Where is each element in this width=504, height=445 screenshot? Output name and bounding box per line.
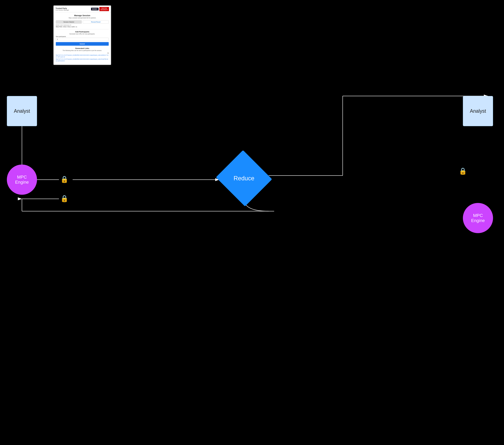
mpc-engine-right: MPC Engine	[463, 203, 493, 233]
analyst-left-box: Analyst	[7, 96, 37, 126]
modal-header-logos: BWWC BOSTON UNIVERSITY	[91, 7, 109, 11]
reveal-result-button[interactable]: Reveal Result	[83, 20, 109, 24]
modal-window: Trusted Party Live Session Manager BWWC …	[54, 5, 111, 65]
bu-logo: BOSTON UNIVERSITY	[99, 7, 109, 11]
generated-links-subtitle: The following links can be sent to parti…	[56, 50, 109, 51]
lock-icon-mpc-bottom: 🔒	[60, 195, 69, 203]
link-item-1[interactable]: http://127.0.0.1:5173?session_id=d6b2f69…	[56, 54, 109, 58]
divider	[56, 29, 109, 29]
diagram-area: Analyst Analyst MPC Engine MPC Engine Re…	[0, 79, 504, 436]
manage-session-subtitle: Stop a session and generate link for par…	[56, 17, 109, 19]
new-participants-input[interactable]	[56, 38, 109, 41]
generated-links-title: Generated Links	[56, 47, 109, 49]
app-title: Trusted Party	[55, 7, 69, 9]
copy-icon-row: ⧉	[56, 52, 109, 54]
analyst-right-box: Analyst	[463, 96, 493, 126]
bwwc-logo: BWWC	[91, 8, 99, 10]
mpc-left-line2: Engine	[15, 180, 29, 185]
session-id-label: BWWC 2023 Submission ID	[56, 24, 109, 26]
modal-header-branding: Trusted Party Live Session Manager	[55, 7, 69, 11]
session-controls-row: Session Started Reveal Result	[56, 20, 109, 24]
modal-body: Manage Session Stop a session and genera…	[54, 12, 111, 65]
add-participants-title: Add Participants	[56, 31, 109, 33]
lock-icon-mpc-right: 🔒	[60, 176, 69, 183]
analyst-right-label: Analyst	[470, 108, 486, 114]
add-participants-subtitle: Generate more URLs for new participants.	[56, 33, 109, 35]
app-subtitle: Live Session Manager	[55, 9, 69, 11]
analyst-left-label: Analyst	[14, 108, 30, 114]
modal-header: Trusted Party Live Session Manager BWWC …	[54, 6, 111, 12]
mpc-left-line1: MPC	[17, 175, 27, 180]
new-participants-label: New participants	[56, 36, 109, 37]
session-id-value: 06b2f692-642d-451b-b263-1c	[56, 26, 109, 28]
session-started-button[interactable]: Session Started	[56, 20, 82, 24]
copy-icon[interactable]: ⧉	[108, 52, 109, 54]
lock-icon-reduce-right: 🔒	[459, 167, 467, 175]
mpc-engine-left: MPC Engine	[7, 165, 37, 195]
reduce-diamond-wrapper: Reduce	[219, 156, 269, 200]
diagram-connectors	[0, 79, 504, 436]
link-item-2[interactable]: http://127.0.0.1:5173?session_id=d6b2f69…	[56, 58, 109, 62]
mpc-right-line2: Engine	[471, 218, 485, 223]
reduce-diamond: Reduce	[216, 150, 272, 206]
mpc-right-line1: MPC	[473, 213, 483, 218]
reduce-label: Reduce	[234, 175, 254, 182]
submit-button[interactable]: Submit	[56, 42, 109, 46]
manage-session-title: Manage Session	[56, 14, 109, 17]
